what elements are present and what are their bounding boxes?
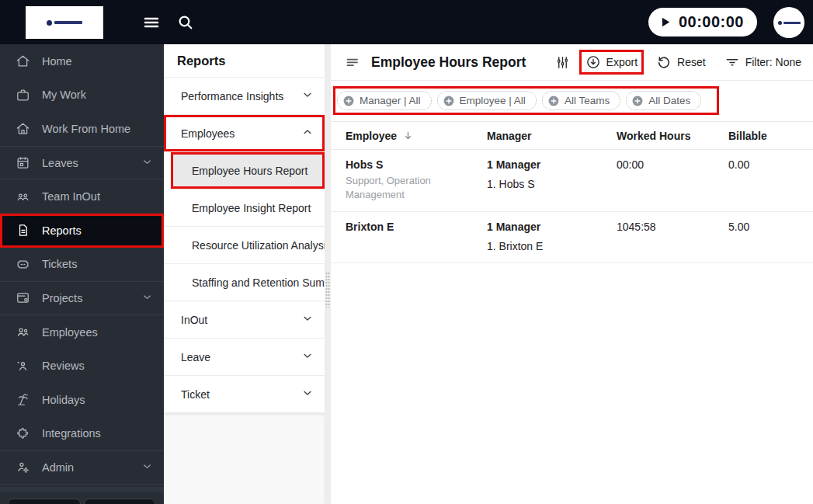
chip-label: Employee | All <box>460 95 526 106</box>
filter-lines-icon <box>724 54 740 70</box>
sidebar-item-holidays[interactable]: Holidays <box>0 383 164 417</box>
avatar[interactable] <box>773 7 804 38</box>
reviews-icon <box>16 359 30 374</box>
report-item-employee-hours-report[interactable]: Employee Hours Report <box>171 152 325 189</box>
hamburger-icon[interactable] <box>142 13 161 35</box>
panel-resize-handle[interactable] <box>325 272 330 308</box>
timer-value: 00:00:00 <box>679 13 744 31</box>
sidebar-item-admin[interactable]: Admin <box>0 450 164 485</box>
report-group-label: InOut <box>181 314 207 326</box>
brand-logo <box>26 6 103 39</box>
chip-manager[interactable]: Manager | All <box>337 91 432 110</box>
sidebar-item-reports[interactable]: Reports <box>0 214 164 248</box>
manager-cell: 1 Manager 1. Hobs S <box>487 158 617 201</box>
export-button[interactable]: Export <box>579 50 644 75</box>
column-header-worked-hours[interactable]: Worked Hours <box>617 130 728 142</box>
sidebar-item-label: Team InOut <box>42 190 100 203</box>
column-label: Worked Hours <box>617 130 690 142</box>
column-settings-button[interactable] <box>552 50 573 75</box>
column-label: Manager <box>487 130 532 142</box>
report-item-label: Employee Hours Report <box>192 165 307 177</box>
timer-button[interactable]: 00:00:00 <box>648 8 757 36</box>
sidebar-item-label: Integrations <box>42 427 101 440</box>
column-header-manager[interactable]: Manager <box>487 130 617 142</box>
sidebar-item-integrations[interactable]: Integrations <box>0 417 164 451</box>
sidebar-item-work-from-home[interactable]: Work From Home <box>0 112 164 146</box>
chip-label: All Dates <box>648 95 690 106</box>
avatar-logo-mark <box>778 21 782 25</box>
page-title: Employee Hours Report <box>371 54 526 71</box>
integrations-icon <box>16 426 30 441</box>
reset-button[interactable]: Reset <box>650 50 712 75</box>
employee-teams: Support, Operation Management <box>346 174 462 201</box>
chip-all-teams[interactable]: All Teams <box>542 91 620 110</box>
chevron-down-icon <box>141 156 153 170</box>
chevron-down-icon <box>301 349 314 364</box>
sidebar-item-label: Home <box>42 55 72 68</box>
sidebar-footer-button-2[interactable] <box>84 499 155 504</box>
manager-count: 1 Manager <box>487 158 617 171</box>
sidebar-item-reviews[interactable]: Reviews <box>0 349 164 383</box>
report-item-resource-utilization-analysis[interactable]: Resource Utilization Analysis <box>164 227 325 264</box>
manager-name: 1. Hobs S <box>487 178 617 190</box>
manager-cell: 1 Manager 1. Brixton E <box>487 221 617 252</box>
sidebar-item-label: Leaves <box>42 157 78 169</box>
reports-panel-title: Reports <box>164 44 325 78</box>
search-icon[interactable] <box>175 12 195 35</box>
calendar-icon <box>16 155 30 170</box>
sidebar-item-label: Projects <box>42 292 82 304</box>
sidebar-item-team-inout[interactable]: Team InOut <box>0 179 164 214</box>
sidebar-item-tickets[interactable]: Tickets <box>0 248 164 282</box>
chip-all-dates[interactable]: All Dates <box>626 91 701 110</box>
sidebar-item-leaves[interactable]: Leaves <box>0 146 164 180</box>
export-label: Export <box>606 56 638 68</box>
chevron-down-icon <box>301 312 314 327</box>
table-row[interactable]: Brixton E 1 Manager 1. Brixton E 1045:58… <box>331 212 813 263</box>
report-menu-icon[interactable] <box>346 54 361 70</box>
employees-icon <box>16 325 30 339</box>
report-group-performance-insights[interactable]: Performance Insights <box>164 78 325 115</box>
topbar: 00:00:00 <box>0 0 813 44</box>
sidebar-item-label: Tickets <box>42 258 77 270</box>
report-item-staffing-retention-summary[interactable]: Staffing and Retention Summar <box>164 264 325 301</box>
sidebar-item-employees[interactable]: Employees <box>0 315 164 349</box>
sidebar-item-label: Reports <box>42 224 82 237</box>
column-header-billable[interactable]: Billable <box>728 130 813 142</box>
column-header-employee[interactable]: Employee <box>346 130 487 142</box>
chevron-down-icon <box>301 387 314 401</box>
report-item-employee-insight-report[interactable]: Employee Insight Report <box>164 189 325 227</box>
sidebar-item-projects[interactable]: Projects <box>0 281 164 315</box>
ticket-icon <box>16 257 30 272</box>
billable-cell: 5.00 <box>728 221 813 252</box>
report-group-label: Employees <box>181 127 235 140</box>
team-icon <box>16 189 30 204</box>
employee-cell: Brixton E <box>346 221 487 252</box>
filter-button[interactable]: Filter: None <box>718 50 808 75</box>
report-item-label: Resource Utilization Analysis <box>192 239 325 252</box>
chevron-up-icon <box>301 126 314 141</box>
report-table: Employee Manager Worked Hours Billable H… <box>331 121 813 263</box>
chevron-down-icon <box>301 89 314 103</box>
report-group-ticket[interactable]: Ticket <box>164 376 325 413</box>
reports-panel: Reports Performance Insights Employees E… <box>164 44 325 504</box>
sidebar-item-my-work[interactable]: My Work <box>0 78 164 113</box>
plus-circle-icon <box>343 96 354 106</box>
briefcase-icon <box>16 88 30 103</box>
play-icon[interactable] <box>658 16 672 29</box>
sliders-icon <box>555 55 570 70</box>
billable-cell: 0.00 <box>728 158 813 201</box>
report-header: Employee Hours Report Export Reset Filte… <box>331 44 813 81</box>
table-row[interactable]: Hobs S Support, Operation Management 1 M… <box>331 150 813 212</box>
report-group-employees[interactable]: Employees <box>164 115 325 152</box>
sidebar-footer-button-1[interactable] <box>8 499 81 504</box>
holidays-icon <box>16 392 30 407</box>
sidebar-item-home[interactable]: Home <box>0 44 164 78</box>
sort-descending-icon[interactable] <box>402 130 414 141</box>
sidebar-item-label: Reviews <box>42 360 85 372</box>
download-circle-icon <box>585 54 601 70</box>
manager-name: 1. Brixton E <box>487 240 617 252</box>
home-office-icon <box>16 121 30 136</box>
report-group-leave[interactable]: Leave <box>164 339 325 376</box>
chip-employee[interactable]: Employee | All <box>437 91 537 110</box>
report-group-inout[interactable]: InOut <box>164 301 325 339</box>
